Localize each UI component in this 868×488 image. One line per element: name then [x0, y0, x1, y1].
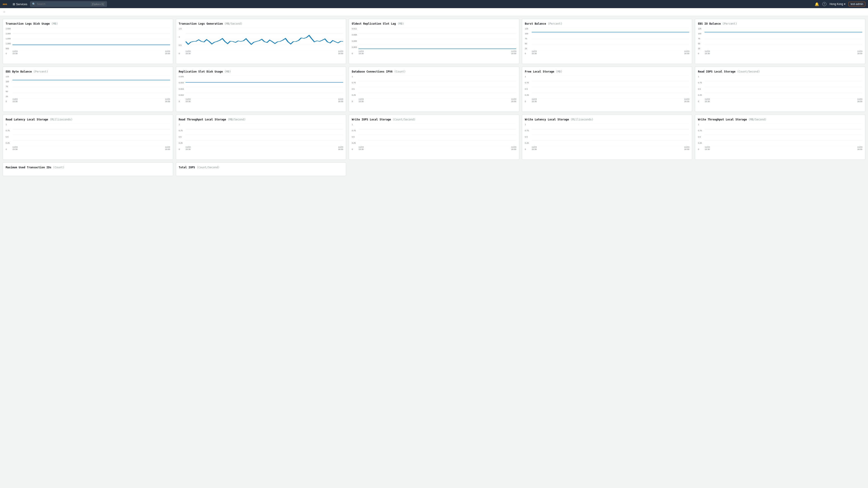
- y-labels-write-throughput-local-storage: 10.750.50.250: [698, 123, 703, 151]
- chart-area-read-latency-local-storage: 10.750.50.25011/2315:3011/2316:00: [6, 123, 170, 151]
- chart-card-transaction-logs-generation[interactable]: Transaction Logs Generation (MB/Second)1…: [176, 19, 346, 64]
- y-labels-oldest-replication-slot-lag: 0.0110.0080.0050.0030: [352, 28, 358, 55]
- y-labels-transaction-logs-disk-usage: 2,5002,0001,5001,0005000: [6, 28, 12, 55]
- charts-grid: Transaction Logs Disk Usage (MB)2,5002,0…: [3, 19, 865, 176]
- chart-title-oldest-replication-slot-lag: Oldest Replication Slot Lag (MB): [352, 22, 516, 26]
- x-labels-write-iops-local-storage: 11/2315:3011/2316:00: [359, 146, 516, 151]
- help-icon[interactable]: ?: [822, 2, 827, 6]
- chart-card-total-iops[interactable]: Total IOPS (Count/Second): [176, 162, 346, 176]
- y-labels-read-throughput-local-storage: 10.750.50.250: [179, 123, 184, 151]
- search-bar[interactable]: 🔍 [Option+S]: [30, 1, 107, 7]
- chart-title-replication-slot-disk-usage: Replication Slot Disk Usage (MB): [179, 70, 343, 74]
- sidebar-toggle-button[interactable]: ≡: [0, 8, 868, 16]
- chart-title-ebs-io-balance: EBS IO Balance (Percent): [698, 22, 862, 26]
- user-menu[interactable]: test-admin: [848, 2, 865, 6]
- chart-inner-transaction-logs-generation: [186, 28, 343, 51]
- chart-area-read-iops-local-storage: 10.750.50.25011/2315:3011/2316:00: [698, 75, 862, 103]
- chart-svg-read-latency-local-storage: [12, 123, 170, 147]
- chart-card-database-connections-ipv6[interactable]: Database Connections IPV6 (Count)10.750.…: [349, 67, 519, 112]
- chart-area-replication-slot-disk-usage: 0.0050.0040.0030.002011/2315:3011/2316:0…: [179, 75, 343, 103]
- chart-title-read-iops-local-storage: Read IOPS Local Storage (Count/Second): [698, 70, 862, 74]
- chart-card-ebs-io-balance[interactable]: EBS IO Balance (Percent)125100755025011/…: [695, 19, 865, 64]
- main-content: Transaction Logs Disk Usage (MB)2,5002,0…: [0, 16, 868, 488]
- services-button[interactable]: ⊞ Services: [13, 2, 27, 6]
- y-labels-write-iops-local-storage: 10.750.50.250: [352, 123, 357, 151]
- x-labels-transaction-logs-disk-usage: 11/2315:3011/2316:00: [12, 50, 170, 55]
- chart-svg-replication-slot-disk-usage: [186, 75, 343, 98]
- y-labels-ebs-byte-balance: 1251007550250: [6, 75, 10, 103]
- chart-area-free-local-storage: 10.750.50.25011/2315:3011/2316:00: [525, 75, 689, 103]
- y-labels-write-latency-local-storage: 10.750.50.250: [525, 123, 530, 151]
- aws-logo[interactable]: aws: [3, 2, 10, 7]
- chart-title-read-latency-local-storage: Read Latency Local Storage (Milliseconds…: [6, 118, 170, 122]
- chart-title-burst-balance: Burst Balance (Percent): [525, 22, 689, 26]
- y-labels-transaction-logs-generation: 1.510.50: [179, 28, 183, 55]
- chart-svg-write-latency-local-storage: [532, 123, 689, 147]
- chart-title-free-local-storage: Free Local Storage (MB): [525, 70, 689, 74]
- apps-icon: ⊞: [13, 2, 15, 6]
- x-labels-burst-balance: 11/2315:3011/2316:00: [532, 50, 689, 55]
- chart-card-write-throughput-local-storage[interactable]: Write Throughput Local Storage (MB/Secon…: [695, 115, 865, 160]
- y-labels-replication-slot-disk-usage: 0.0050.0040.0030.0020: [179, 75, 185, 103]
- region-selector[interactable]: Hong Kong ▾: [830, 2, 845, 6]
- x-labels-read-iops-local-storage: 11/2315:3011/2316:00: [705, 98, 862, 103]
- chart-inner-read-latency-local-storage: [12, 123, 170, 147]
- chart-card-maximum-used-transaction-ids[interactable]: Maximum Used Transaction IDs (Count): [3, 162, 173, 176]
- chart-inner-free-local-storage: [532, 75, 689, 98]
- chart-svg-write-throughput-local-storage: [705, 123, 862, 147]
- chart-card-write-iops-local-storage[interactable]: Write IOPS Local Storage (Count/Second)1…: [349, 115, 519, 160]
- y-labels-read-latency-local-storage: 10.750.50.250: [6, 123, 11, 151]
- x-labels-write-throughput-local-storage: 11/2315:3011/2316:00: [705, 146, 862, 151]
- chart-area-burst-balance: 125100755025011/2315:3011/2316:00: [525, 28, 689, 55]
- chevron-down-icon: ▾: [844, 2, 845, 6]
- x-labels-database-connections-ipv6: 11/2315:3011/2316:00: [359, 98, 516, 103]
- x-labels-write-latency-local-storage: 11/2315:3011/2316:00: [532, 146, 689, 151]
- chart-card-replication-slot-disk-usage[interactable]: Replication Slot Disk Usage (MB)0.0050.0…: [176, 67, 346, 112]
- chart-title-write-latency-local-storage: Write Latency Local Storage (Millisecond…: [525, 118, 689, 122]
- chart-svg-transaction-logs-disk-usage: [12, 28, 170, 51]
- x-labels-read-latency-local-storage: 11/2315:3011/2316:00: [12, 146, 170, 151]
- chart-svg-write-iops-local-storage: [359, 123, 516, 147]
- chart-card-ebs-byte-balance[interactable]: EBS Byte Balance (Percent)12510075502501…: [3, 67, 173, 112]
- y-labels-ebs-io-balance: 1251007550250: [698, 28, 702, 55]
- chart-title-database-connections-ipv6: Database Connections IPV6 (Count): [352, 70, 516, 74]
- chart-inner-replication-slot-disk-usage: [186, 75, 343, 98]
- search-input[interactable]: [37, 2, 91, 6]
- chart-svg-transaction-logs-generation: [186, 28, 343, 51]
- chart-area-read-throughput-local-storage: 10.750.50.25011/2315:3011/2316:00: [179, 123, 343, 151]
- chart-svg-oldest-replication-slot-lag: [359, 28, 516, 51]
- search-shortcut: [Option+S]: [91, 2, 105, 6]
- chart-area-ebs-io-balance: 125100755025011/2315:3011/2316:00: [698, 28, 862, 55]
- chart-area-write-latency-local-storage: 10.750.50.25011/2315:3011/2316:00: [525, 123, 689, 151]
- chart-card-oldest-replication-slot-lag[interactable]: Oldest Replication Slot Lag (MB)0.0110.0…: [349, 19, 519, 64]
- search-icon: 🔍: [32, 2, 35, 6]
- chart-area-oldest-replication-slot-lag: 0.0110.0080.0050.003011/2315:3011/2316:0…: [352, 28, 516, 55]
- chart-inner-oldest-replication-slot-lag: [359, 28, 516, 51]
- chart-card-read-throughput-local-storage[interactable]: Read Throughput Local Storage (MB/Second…: [176, 115, 346, 160]
- chart-title-ebs-byte-balance: EBS Byte Balance (Percent): [6, 70, 170, 74]
- chart-inner-ebs-byte-balance: [12, 75, 170, 98]
- top-navigation: aws ⊞ Services 🔍 [Option+S] 🔔 ? Hong Kon…: [0, 0, 868, 8]
- chart-inner-read-iops-local-storage: [705, 75, 862, 98]
- chart-card-transaction-logs-disk-usage[interactable]: Transaction Logs Disk Usage (MB)2,5002,0…: [3, 19, 173, 64]
- chart-title-read-throughput-local-storage: Read Throughput Local Storage (MB/Second…: [179, 118, 343, 122]
- chart-svg-database-connections-ipv6: [359, 75, 516, 98]
- x-labels-replication-slot-disk-usage: 11/2315:3011/2316:00: [186, 98, 343, 103]
- chart-card-burst-balance[interactable]: Burst Balance (Percent)125100755025011/2…: [522, 19, 692, 64]
- chart-inner-transaction-logs-disk-usage: [12, 28, 170, 51]
- chart-svg-read-throughput-local-storage: [186, 123, 343, 147]
- chart-area-database-connections-ipv6: 10.750.50.25011/2315:3011/2316:00: [352, 75, 516, 103]
- chart-area-ebs-byte-balance: 125100755025011/2315:3011/2316:00: [6, 75, 170, 103]
- chart-inner-database-connections-ipv6: [359, 75, 516, 98]
- chart-svg-ebs-io-balance: [705, 28, 862, 51]
- chart-card-read-iops-local-storage[interactable]: Read IOPS Local Storage (Count/Second)10…: [695, 67, 865, 112]
- chart-title-maximum-used-transaction-ids: Maximum Used Transaction IDs (Count): [6, 166, 170, 169]
- chart-card-write-latency-local-storage[interactable]: Write Latency Local Storage (Millisecond…: [522, 115, 692, 160]
- nav-right: 🔔 ? Hong Kong ▾ test-admin: [815, 2, 865, 6]
- chart-inner-write-iops-local-storage: [359, 123, 516, 147]
- chart-card-read-latency-local-storage[interactable]: Read Latency Local Storage (Milliseconds…: [3, 115, 173, 160]
- y-labels-free-local-storage: 10.750.50.250: [525, 75, 530, 103]
- bell-icon[interactable]: 🔔: [815, 2, 819, 6]
- y-labels-read-iops-local-storage: 10.750.50.250: [698, 75, 703, 103]
- chart-card-free-local-storage[interactable]: Free Local Storage (MB)10.750.50.25011/2…: [522, 67, 692, 112]
